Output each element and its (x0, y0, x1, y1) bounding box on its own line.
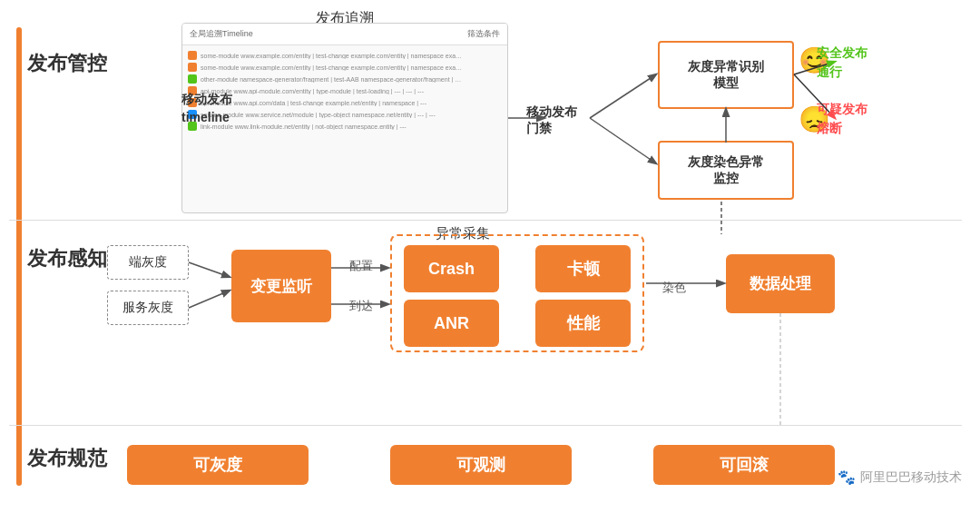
mobile-mengeng-label: 移动发布 门禁 (526, 104, 577, 137)
divider-bottom (9, 425, 962, 426)
trace-row: other-module namespace-generator/fragmen… (188, 74, 502, 84)
svg-line-2 (590, 118, 656, 163)
config-label: 配置 (349, 258, 373, 274)
section-fabukongzhi: 发布管控 (27, 50, 107, 77)
data-process-box: 数据处理 (726, 254, 835, 313)
anr-box: ANR (404, 300, 499, 347)
section-fabuguguifan: 发布规范 (27, 445, 107, 472)
trace-row: api-module www.api-module.com/entity | t… (188, 86, 502, 95)
katun-box: 卡顿 (535, 245, 631, 292)
duan-gray-box: 端灰度 (107, 245, 189, 280)
trace-row-text: api-module www.api.com/data | test-chang… (201, 100, 426, 106)
watermark: 🐾 阿里巴巴移动技术 (838, 469, 962, 486)
trace-row-text: some-module www.example.com/entity | tes… (201, 64, 464, 71)
trace-dot (188, 63, 197, 72)
kegray-box: 可灰度 (127, 445, 309, 485)
watermark-icon: 🐾 (838, 469, 856, 486)
left-accent-bar (16, 27, 22, 486)
change-monitor-box: 变更监听 (231, 250, 331, 322)
service-gray-box: 服务灰度 (107, 291, 189, 325)
trace-row: service-module www.service.net/module | … (188, 110, 502, 119)
main-container: 发布管控 发布感知 发布规范 发布追溯 全局追溯Timeline 筛选条件 so… (0, 0, 980, 513)
suspicious-publish-label: 可疑发布 熔断 (817, 100, 867, 138)
section-fabuganzhi: 发布感知 (27, 245, 107, 272)
trace-row-text: other-module namespace-generator/fragmen… (201, 76, 464, 83)
trace-dot (188, 74, 197, 84)
trace-dot (188, 51, 197, 60)
trace-row: some-module www.example.com/entity | tes… (188, 63, 502, 72)
svg-line-1 (590, 74, 656, 118)
trace-header: 全局追溯Timeline 筛选条件 (182, 24, 507, 45)
gray-monitor-box: 灰度染色异常监控 (658, 141, 794, 200)
trace-header-right: 筛选条件 (467, 28, 500, 40)
trace-row: link-module www.link-module.net/entity |… (188, 122, 502, 131)
crash-box: Crash (404, 245, 499, 292)
performance-box: 性能 (535, 300, 631, 347)
ranse-label: 染色 (662, 280, 686, 296)
trace-row: api-module www.api.com/data | test-chang… (188, 98, 502, 107)
trace-row: some-module www.example.com/entity | tes… (188, 51, 502, 60)
mobile-timeline-label: 移动发布 timeline (181, 91, 232, 126)
arrive-label: 到达 (349, 298, 373, 314)
gray-model-box: 灰度异常识别模型 (658, 41, 794, 109)
trace-row-text: some-module www.example.com/entity | tes… (201, 53, 464, 59)
svg-line-6 (189, 262, 230, 277)
kehui-box: 可回滚 (653, 445, 835, 485)
trace-row-text: service-module www.service.net/module | … (201, 112, 436, 118)
trace-row-text: api-module www.api-module.com/entity | t… (201, 88, 424, 94)
keguance-box: 可观测 (390, 445, 572, 485)
safe-publish-label: 安全发布 通行 (817, 44, 867, 82)
divider-top (9, 220, 962, 221)
svg-line-7 (189, 291, 230, 308)
trace-header-left: 全局追溯Timeline (190, 28, 253, 40)
